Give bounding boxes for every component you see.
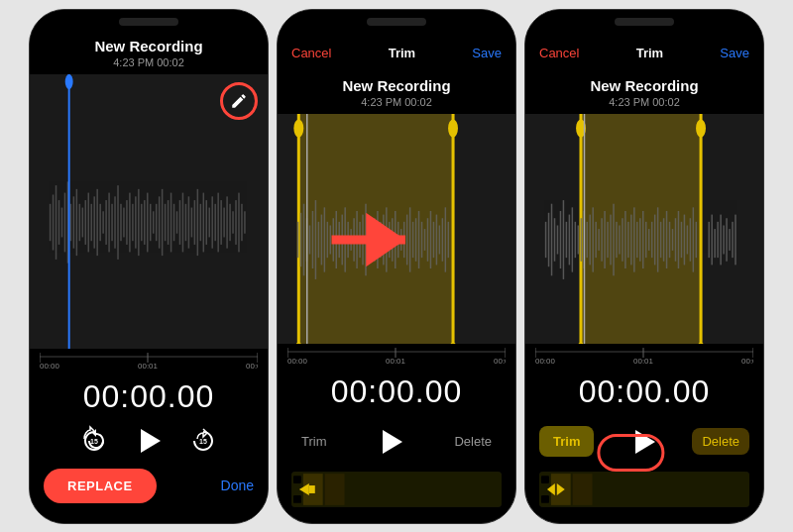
save-btn-3[interactable]: Save [720,46,749,60]
svg-rect-52 [203,192,204,252]
recording-header-3: New Recording 4:23 PM 00:02 [525,73,763,114]
nav-bar-2: Cancel Trim Save [278,34,515,73]
recording-meta-1: 4:23 PM 00:02 [30,56,268,68]
svg-rect-168 [557,225,558,254]
svg-text:00:01: 00:01 [633,356,653,365]
svg-rect-91 [312,210,313,267]
bottom-actions-1: REPLACE Done [30,465,268,523]
cancel-btn-3[interactable]: Cancel [539,46,579,60]
waveform-area-1: 00:00 00:01 00:02 [30,74,268,371]
svg-rect-20 [108,192,109,252]
trim-controls-2: Trim Delete [278,414,515,472]
svg-rect-34 [150,203,151,240]
phone-screen-2: Cancel Trim Save New Recording 4:23 PM 0… [277,9,516,524]
play-btn-2[interactable] [369,420,412,464]
trim-btn-3[interactable]: Trim [539,426,594,457]
delete-btn-2[interactable]: Delete [444,428,502,455]
trim-controls-3: Trim Delete [525,414,763,472]
status-bar-2 [278,10,515,34]
time-ruler-1: 00:00 00:01 00:02 [30,349,268,371]
svg-rect-224 [732,221,733,257]
svg-rect-123 [406,214,407,265]
svg-rect-197 [642,210,643,267]
svg-rect-129 [424,229,425,251]
svg-point-84 [448,119,458,137]
svg-rect-198 [645,221,646,257]
svg-rect-208 [675,218,676,262]
svg-rect-130 [427,218,428,262]
recording-meta-3: 4:23 PM 00:02 [525,96,763,108]
svg-rect-240 [573,474,593,505]
svg-rect-28 [132,203,133,240]
save-btn-2[interactable]: Save [472,46,502,60]
play-btn-1[interactable] [124,429,173,453]
cancel-btn-2[interactable]: Cancel [291,46,331,60]
svg-text:15: 15 [90,438,98,445]
play-btn-3[interactable] [622,420,665,464]
svg-rect-218 [714,229,715,258]
svg-rect-87 [300,212,301,266]
svg-rect-43 [176,211,177,233]
svg-rect-169 [560,210,561,267]
phone-screen-3: Cancel Trim Save New Recording 4:23 PM 0… [524,9,764,524]
svg-rect-40 [168,200,169,245]
svg-text:00:00: 00:00 [40,361,59,370]
trim-btn-2[interactable]: Trim [291,428,337,455]
svg-rect-183 [601,218,602,262]
svg-rect-220 [720,214,721,265]
svg-rect-216 [708,221,709,257]
svg-rect-13 [88,192,89,252]
svg-text:00:02: 00:02 [246,361,258,370]
filmstrip-svg-3 [539,472,749,507]
svg-rect-55 [211,196,212,248]
svg-rect-38 [162,188,163,255]
svg-rect-0 [50,203,51,240]
svg-point-162 [696,119,706,137]
svg-rect-29 [135,196,136,248]
svg-point-68 [65,74,73,89]
svg-rect-234 [539,472,749,507]
svg-rect-57 [217,192,218,252]
svg-rect-176 [581,218,582,262]
delete-btn-3[interactable]: Delete [692,428,749,455]
svg-rect-83 [452,114,455,366]
svg-rect-211 [684,214,685,265]
timer-display-3: 00:00.00 [525,366,763,414]
timer-display-1: 00:00.00 [30,371,268,419]
svg-rect-212 [687,225,688,254]
replace-button[interactable]: REPLACE [44,469,157,503]
skip-forward-btn[interactable]: 15 [173,425,233,457]
svg-rect-137 [448,221,449,257]
svg-rect-92 [315,200,316,279]
svg-rect-5 [64,192,65,252]
svg-rect-133 [436,214,437,265]
svg-rect-223 [729,229,730,251]
svg-rect-171 [566,221,567,257]
svg-rect-127 [418,210,419,267]
skip-back-btn[interactable]: 15 [64,425,124,457]
svg-text:00:01: 00:01 [386,356,405,365]
svg-rect-149 [293,476,301,483]
svg-rect-132 [433,221,434,257]
svg-rect-51 [200,203,201,240]
status-pill-1 [119,18,178,26]
svg-rect-196 [639,218,640,262]
svg-text:00:01: 00:01 [138,361,158,370]
svg-rect-54 [208,207,209,237]
svg-rect-181 [595,221,596,257]
svg-rect-56 [214,203,215,240]
controls-bar-1: 15 15 [30,419,268,465]
svg-rect-205 [666,210,667,267]
svg-rect-9 [76,188,77,255]
done-button[interactable]: Done [221,478,254,493]
svg-rect-11 [82,207,83,237]
svg-rect-166 [551,203,552,275]
svg-rect-46 [185,203,186,240]
svg-rect-124 [409,207,410,271]
status-pill-2 [367,18,426,26]
svg-rect-178 [586,221,587,257]
svg-rect-184 [604,210,605,267]
svg-rect-10 [79,203,80,240]
recording-header-2: New Recording 4:23 PM 00:02 [278,73,515,114]
svg-text:00:02: 00:02 [494,356,506,365]
